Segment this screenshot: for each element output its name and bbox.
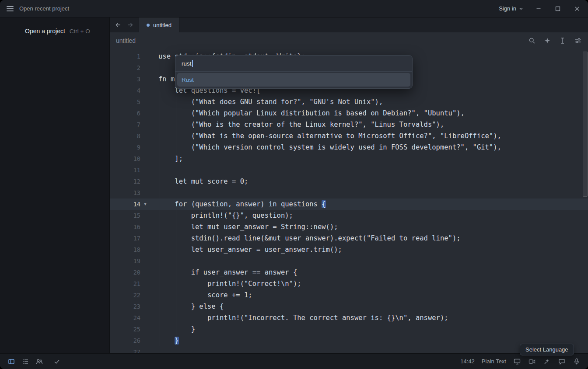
line-number: 17	[110, 233, 140, 244]
code-line[interactable]: 25 }	[110, 324, 588, 335]
project-panel-icon	[8, 358, 15, 365]
status-bar: 14:42 Plain Text	[0, 353, 588, 369]
magic-wand-button[interactable]	[543, 358, 551, 366]
code-line[interactable]: 18 let user_answer = user_answer.trim();	[110, 244, 588, 255]
screen-share-icon	[514, 358, 521, 365]
line-number: 20	[110, 267, 140, 278]
tab-untitled[interactable]: untitled	[139, 17, 179, 32]
code-text: ("What does GNU stand for?", "GNU's Not …	[150, 96, 383, 108]
code-line[interactable]: 21 println!("Correct!\n");	[110, 278, 588, 289]
language-option-rust[interactable]: Rust	[177, 73, 410, 87]
code-line[interactable]: 6 ("Which popular Linux distribution is …	[110, 108, 588, 119]
open-project-shortcut: Ctrl + O	[70, 28, 90, 35]
code-line[interactable]: 7 ("Who is the creator of the Linux kern…	[110, 119, 588, 130]
code-line[interactable]: 17 stdin().read_line(&mut user_answer).e…	[110, 233, 588, 244]
code-line[interactable]: 19	[110, 255, 588, 267]
titlebar-left: Open recent project	[0, 5, 69, 12]
code-line[interactable]: 13	[110, 187, 588, 198]
collab-panel-icon	[36, 358, 43, 365]
code-editor[interactable]: 1use std::io::{stdin, stdout, Write};23f…	[110, 49, 588, 353]
code-text: let user_answer = user_answer.trim();	[150, 244, 342, 255]
screen-share-button[interactable]	[513, 358, 521, 366]
fold-chevron-icon[interactable]: ▾	[140, 198, 150, 210]
language-option-label: Rust	[182, 77, 194, 83]
line-number: 19	[110, 255, 140, 267]
magic-wand-icon	[543, 358, 550, 365]
code-line[interactable]: 24 println!("Incorrect. The correct answ…	[110, 312, 588, 324]
code-line[interactable]: 5 ("What does GNU stand for?", "GNU's No…	[110, 96, 588, 108]
code-text: for (question, answer) in questions {	[150, 198, 326, 210]
line-number: 26	[110, 335, 140, 346]
line-number: 8	[110, 130, 140, 142]
camera-button[interactable]	[528, 358, 536, 366]
nav-forward-icon	[127, 21, 134, 28]
editor-controls-icon	[574, 37, 581, 44]
nav-forward-button[interactable]	[127, 21, 134, 28]
sign-in-label: Sign in	[499, 5, 516, 12]
selection-menu-button[interactable]	[559, 37, 567, 45]
code-text: } else {	[150, 301, 224, 312]
nav-history	[110, 17, 139, 32]
code-line[interactable]: 16 let mut user_answer = String::new();	[110, 221, 588, 233]
close-icon	[574, 6, 580, 12]
close-button[interactable]	[573, 5, 581, 13]
code-text: if user_answer == answer {	[150, 267, 297, 278]
tab-label: untitled	[153, 22, 172, 28]
language-selector-button[interactable]: Plain Text	[482, 358, 506, 365]
minimize-button[interactable]	[535, 5, 542, 13]
code-line[interactable]: 10 ];	[110, 153, 588, 164]
select-language-tooltip: Select Language	[520, 344, 574, 355]
bracket-highlight: }	[175, 337, 178, 345]
code-line[interactable]: 15 println!("{}", question);	[110, 210, 588, 221]
open-project-button[interactable]: Open a project Ctrl + O	[0, 17, 109, 35]
toolbar-icons	[528, 37, 582, 45]
nav-back-button[interactable]	[115, 21, 122, 28]
sign-in-button[interactable]: Sign in	[499, 5, 523, 12]
unsaved-dot-icon	[147, 24, 150, 27]
line-number: 2	[110, 62, 140, 73]
maximize-button[interactable]	[554, 5, 562, 13]
code-line[interactable]: 14▾ for (question, answer) in questions …	[110, 198, 588, 210]
code-line[interactable]: 8 ("What is the open-source alternative …	[110, 130, 588, 142]
code-text: println!("{}", question);	[150, 210, 293, 221]
feedback-button[interactable]	[558, 358, 566, 366]
language-list: Rust	[175, 72, 412, 88]
code-line[interactable]: 20 if user_answer == answer {	[110, 267, 588, 278]
app-menu-button[interactable]	[7, 6, 14, 11]
chevron-down-icon	[519, 7, 523, 11]
code-text: println!("Incorrect. The correct answer …	[150, 312, 448, 324]
code-line[interactable]: 11	[110, 164, 588, 176]
scrollbar[interactable]	[582, 49, 588, 353]
editor-controls-button[interactable]	[574, 37, 582, 45]
outline-panel-button[interactable]	[21, 358, 29, 366]
code-line[interactable]: 9 ("Which version control system is wide…	[110, 142, 588, 153]
code-line[interactable]: 27	[110, 346, 588, 353]
language-search-input[interactable]: rust	[175, 56, 412, 72]
line-number: 10	[110, 153, 140, 164]
cursor-position-button[interactable]: 14:42	[460, 358, 475, 365]
recent-project-button[interactable]: Open recent project	[19, 5, 69, 12]
breadcrumb[interactable]: untitled	[116, 37, 136, 44]
mic-button[interactable]	[573, 358, 581, 366]
line-number: 12	[110, 176, 140, 187]
code-line[interactable]: 22 score += 1;	[110, 289, 588, 301]
code-line[interactable]: 12 let mut score = 0;	[110, 176, 588, 187]
line-number: 11	[110, 164, 140, 176]
assistant-sparkle-icon	[544, 37, 551, 44]
mic-icon	[573, 358, 580, 365]
statusbar-left	[7, 358, 61, 366]
code-line[interactable]: 26 }	[110, 335, 588, 346]
collab-panel-button[interactable]	[35, 358, 43, 366]
project-panel-button[interactable]	[7, 358, 15, 366]
line-number: 1	[110, 51, 140, 62]
diagnostics-button[interactable]	[53, 358, 61, 366]
line-number: 7	[110, 119, 140, 130]
code-text: ("Which version control system is widely…	[150, 142, 501, 153]
code-text: println!("Correct!\n");	[150, 278, 301, 289]
inline-assistant-button[interactable]	[543, 37, 551, 45]
line-number: 15	[110, 210, 140, 221]
code-line[interactable]: 23 } else {	[110, 301, 588, 312]
buffer-search-button[interactable]	[528, 37, 536, 45]
line-number: 25	[110, 324, 140, 335]
scrollbar-thumb[interactable]	[583, 52, 588, 197]
